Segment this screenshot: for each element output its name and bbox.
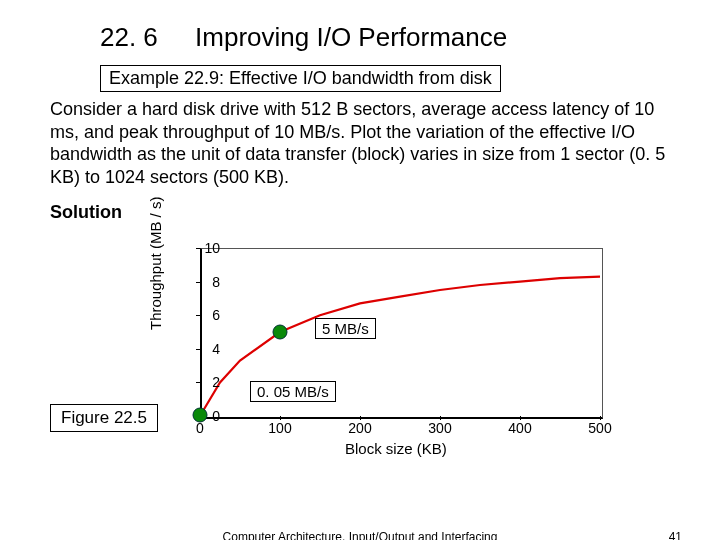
y-tick: 6: [190, 307, 220, 323]
section-number: 22. 6: [100, 22, 158, 52]
annotation-low: 0. 05 MB/s: [250, 381, 336, 402]
y-axis-label: Throughput (MB / s): [147, 197, 164, 330]
y-tick: 2: [190, 374, 220, 390]
page-number: 41: [669, 530, 682, 540]
problem-statement: Consider a hard disk drive with 512 B se…: [50, 98, 670, 188]
x-tick: 100: [268, 420, 291, 436]
annotation-mid: 5 MB/s: [315, 318, 376, 339]
x-tick: 200: [348, 420, 371, 436]
y-tick: 8: [190, 274, 220, 290]
example-heading: Example 22.9: Effective I/O bandwidth fr…: [100, 65, 501, 92]
x-axis-label: Block size (KB): [345, 440, 447, 457]
data-point-marker: [273, 325, 288, 340]
x-tick: 500: [588, 420, 611, 436]
figure-label: Figure 22.5: [50, 404, 158, 432]
x-tick: 400: [508, 420, 531, 436]
solution-label: Solution: [50, 202, 680, 223]
data-point-marker: [193, 408, 208, 423]
y-tick: 4: [190, 341, 220, 357]
x-tick: 300: [428, 420, 451, 436]
y-tick: 10: [190, 240, 220, 256]
chart: Throughput (MB / s) Block size (KB) 5 MB…: [155, 240, 625, 470]
section-title: 22. 6 Improving I/O Performance: [100, 22, 680, 53]
section-title-text: Improving I/O Performance: [195, 22, 507, 52]
footer-text: Computer Architecture, Input/Output and …: [0, 530, 720, 540]
